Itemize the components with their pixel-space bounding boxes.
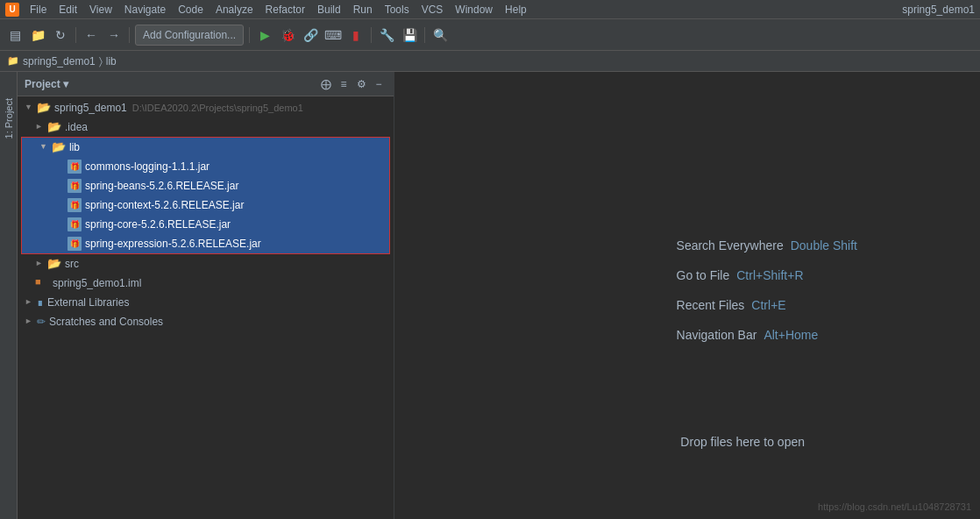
- breadcrumb-lib[interactable]: lib: [106, 55, 117, 68]
- navigation-bar-key: Alt+Home: [763, 328, 818, 342]
- src-arrow: ►: [35, 259, 46, 269]
- tree-jar-expression[interactable]: 🎁 spring-expression-5.2.6.RELEASE.jar: [22, 234, 389, 253]
- project-tab-label[interactable]: 1: Project: [4, 98, 14, 139]
- menu-window[interactable]: Window: [450, 0, 498, 19]
- toolbar-sdk-btn[interactable]: 💾: [400, 25, 419, 45]
- toolbar-settings-btn[interactable]: 🔧: [377, 25, 396, 45]
- go-to-file-key: Ctrl+Shift+R: [736, 268, 803, 282]
- lib-arrow: ▼: [39, 142, 50, 153]
- project-panel-title: Project ▾: [25, 78, 68, 90]
- toolbar-separator-1: [75, 27, 76, 43]
- breadcrumb: 📁 spring5_demo1 〉 lib: [0, 51, 980, 72]
- tree-lib-folder[interactable]: ▼ 📂 lib: [22, 138, 389, 157]
- toolbar-run-btn[interactable]: ▶: [255, 25, 274, 45]
- tree-jar-context[interactable]: 🎁 spring-context-5.2.6.RELEASE.jar: [22, 196, 389, 215]
- menu-tools[interactable]: Tools: [380, 0, 415, 19]
- project-tree: ▼ 📂 spring5_demo1 D:\IDEA2020.2\Projects…: [18, 96, 394, 519]
- external-arrow: ►: [25, 297, 35, 308]
- menu-bar: File Edit View Navigate Code Analyze Ref…: [25, 0, 902, 19]
- menu-refactor[interactable]: Refactor: [260, 0, 310, 19]
- panel-close-btn[interactable]: −: [371, 76, 387, 92]
- tree-jar-beans[interactable]: 🎁 spring-beans-5.2.6.RELEASE.jar: [22, 176, 389, 196]
- root-folder-icon: 📂: [37, 101, 51, 115]
- root-path: D:\IDEA2020.2\Projects\spring5_demo1: [132, 103, 303, 113]
- breadcrumb-project[interactable]: spring5_demo1: [23, 55, 96, 68]
- main-area: 1: Project Project ▾ ⨁ ≡ ⚙ − ▼ 📂 spring5…: [0, 72, 980, 519]
- toolbar-build-btn[interactable]: ⌨: [323, 25, 343, 45]
- tree-src-folder[interactable]: ► 📂 src: [18, 254, 394, 274]
- shortcut-recent-files: Recent Files Ctrl+E: [677, 298, 786, 312]
- tree-iml-file[interactable]: ■ spring5_demo1.iml: [18, 274, 394, 293]
- core-jar-label: spring-core-5.2.6.RELEASE.jar: [85, 218, 231, 231]
- menu-navigate[interactable]: Navigate: [119, 0, 171, 19]
- panel-toolbar-icons: ⨁ ≡ ⚙ −: [318, 76, 387, 92]
- toolbar: ▤ 📁 ↻ ← → Add Configuration... ▶ 🐞 🔗 ⌨ ▮…: [0, 19, 980, 51]
- toolbar-separator-2: [129, 27, 130, 43]
- side-tab[interactable]: 1: Project: [0, 72, 18, 519]
- toolbar-search-btn[interactable]: 🔍: [430, 25, 450, 45]
- menu-edit[interactable]: Edit: [53, 0, 82, 19]
- panel-collapse-btn[interactable]: ≡: [336, 76, 352, 92]
- toolbar-attach-btn[interactable]: 🔗: [301, 25, 320, 45]
- toolbar-stop-btn[interactable]: ▮: [346, 25, 366, 45]
- toolbar-forward-btn[interactable]: →: [104, 25, 124, 45]
- tree-external-libs[interactable]: ► ∎ External Libraries: [18, 293, 394, 312]
- context-jar-label: spring-context-5.2.6.RELEASE.jar: [85, 199, 244, 211]
- iml-file-icon: ■: [35, 276, 49, 290]
- menu-help[interactable]: Help: [500, 0, 532, 19]
- menu-file[interactable]: File: [25, 0, 52, 19]
- tree-root[interactable]: ▼ 📂 spring5_demo1 D:\IDEA2020.2\Projects…: [18, 98, 394, 117]
- scratches-label: Scratches and Consoles: [49, 316, 163, 328]
- context-jar-icon: 🎁: [67, 198, 82, 212]
- beans-jar-icon: 🎁: [67, 179, 82, 193]
- panel-settings-btn[interactable]: ⚙: [353, 76, 369, 92]
- commons-jar-label: commons-logging-1.1.1.jar: [85, 160, 209, 173]
- tree-jar-commons[interactable]: 🎁 commons-logging-1.1.1.jar: [22, 157, 389, 176]
- recent-files-key: Ctrl+E: [751, 298, 785, 312]
- src-folder-icon: 📂: [47, 257, 61, 271]
- lib-folder-icon: 📂: [52, 140, 66, 154]
- src-label: src: [65, 258, 79, 270]
- menu-build[interactable]: Build: [312, 0, 346, 19]
- app-logo: U: [5, 3, 19, 17]
- shortcut-search-everywhere: Search Everywhere Double Shift: [677, 238, 857, 252]
- menu-run[interactable]: Run: [348, 0, 378, 19]
- watermark: https://blog.csdn.net/Lu1048728731: [818, 501, 971, 512]
- external-lib-icon: ∎: [37, 296, 44, 309]
- menu-analyze[interactable]: Analyze: [210, 0, 259, 19]
- commons-jar-icon: 🎁: [67, 160, 82, 174]
- menu-code[interactable]: Code: [173, 0, 209, 19]
- idea-arrow: ►: [35, 122, 46, 132]
- title-bar: U File Edit View Navigate Code Analyze R…: [0, 0, 980, 19]
- root-label: spring5_demo1: [54, 102, 127, 114]
- tree-jar-core[interactable]: 🎁 spring-core-5.2.6.RELEASE.jar: [22, 215, 389, 234]
- tree-scratches[interactable]: ► ✏ Scratches and Consoles: [18, 312, 394, 331]
- toolbar-sync-btn[interactable]: ↻: [51, 25, 70, 45]
- search-everywhere-key: Double Shift: [791, 238, 857, 252]
- idea-folder-icon: 📂: [47, 120, 61, 134]
- toolbar-separator-5: [424, 27, 425, 43]
- menu-vcs[interactable]: VCS: [416, 0, 449, 19]
- core-jar-icon: 🎁: [67, 217, 82, 231]
- iml-label: spring5_demo1.iml: [53, 277, 141, 289]
- shortcut-navigation-bar: Navigation Bar Alt+Home: [677, 328, 819, 342]
- recent-files-label: Recent Files: [677, 298, 745, 312]
- breadcrumb-separator: 〉: [99, 55, 103, 68]
- app-title: spring5_demo1: [902, 4, 975, 16]
- panel-locate-btn[interactable]: ⨁: [318, 76, 334, 92]
- tree-idea-folder[interactable]: ► 📂 .idea: [18, 117, 394, 137]
- menu-view[interactable]: View: [84, 0, 117, 19]
- toolbar-back-btn[interactable]: ←: [82, 25, 101, 45]
- expression-jar-icon: 🎁: [67, 237, 82, 251]
- shortcut-list: Search Everywhere Double Shift Go to Fil…: [677, 238, 857, 342]
- toolbar-debug-btn[interactable]: 🐞: [278, 25, 297, 45]
- external-libs-label: External Libraries: [47, 296, 129, 309]
- toolbar-open-btn[interactable]: 📁: [28, 25, 47, 45]
- add-configuration-btn[interactable]: Add Configuration...: [135, 25, 244, 46]
- root-arrow: ▼: [25, 103, 35, 113]
- toolbar-new-project-btn[interactable]: ▤: [5, 25, 25, 45]
- idea-label: .idea: [65, 121, 88, 133]
- toolbar-separator-3: [249, 27, 250, 43]
- shortcut-go-to-file: Go to File Ctrl+Shift+R: [677, 268, 804, 282]
- toolbar-separator-4: [371, 27, 372, 43]
